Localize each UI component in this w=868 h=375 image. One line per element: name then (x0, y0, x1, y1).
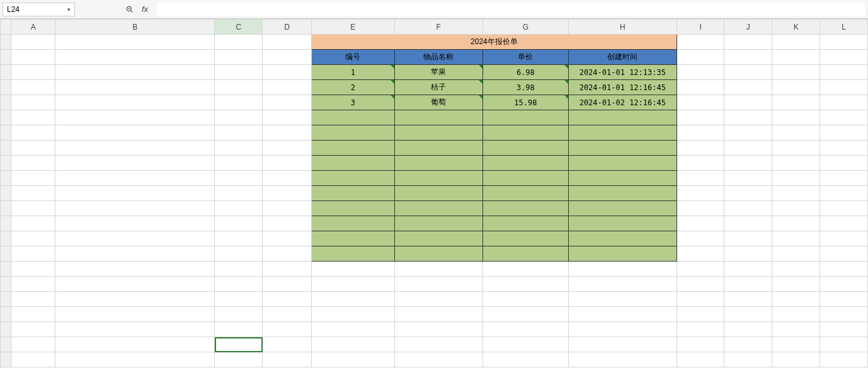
cell-D4[interactable] (263, 80, 312, 95)
cell-L5[interactable] (820, 95, 868, 110)
table-header-0[interactable]: 编号 (312, 50, 394, 65)
cell-J6[interactable] (724, 110, 772, 125)
cell-B8[interactable] (55, 141, 215, 156)
cell-C1[interactable] (215, 35, 263, 50)
cell-J4[interactable] (724, 80, 772, 95)
cell-L6[interactable] (820, 110, 868, 125)
cell-I18[interactable] (677, 292, 724, 307)
cell-C19[interactable] (215, 307, 263, 322)
table-empty-r10-c2[interactable] (483, 171, 568, 186)
cell-C16[interactable] (215, 262, 263, 277)
cell-I12[interactable] (677, 201, 724, 216)
cell-B5[interactable] (55, 95, 215, 110)
cell-J17[interactable] (724, 277, 772, 292)
cell-B13[interactable] (55, 216, 215, 231)
cell-C3[interactable] (215, 65, 263, 80)
search-icon[interactable] (125, 5, 134, 14)
cell-L22[interactable] (820, 352, 868, 367)
cell-K12[interactable] (772, 201, 820, 216)
cell-D18[interactable] (263, 292, 312, 307)
col-header-G[interactable]: G (483, 20, 568, 35)
cell-B10[interactable] (55, 171, 215, 186)
table-data-r3-c3[interactable]: 2024-01-02 12:16:45 (568, 95, 677, 110)
cell-L18[interactable] (820, 292, 868, 307)
cell-F16[interactable] (394, 262, 483, 277)
cell-H18[interactable] (568, 292, 677, 307)
cell-D19[interactable] (263, 307, 312, 322)
table-empty-r14-c2[interactable] (483, 231, 568, 246)
table-empty-r8-c2[interactable] (483, 141, 568, 156)
col-header-E[interactable]: E (312, 20, 394, 35)
cell-J8[interactable] (724, 141, 772, 156)
cell-B15[interactable] (55, 246, 215, 262)
cell-F22[interactable] (394, 352, 483, 367)
row-header-21[interactable] (1, 337, 11, 352)
table-header-2[interactable]: 单价 (483, 50, 568, 65)
row-header-19[interactable] (1, 307, 11, 322)
cell-C13[interactable] (215, 216, 263, 231)
col-header-L[interactable]: L (820, 20, 868, 35)
table-title[interactable]: 2024年报价单 (312, 35, 677, 50)
cell-E20[interactable] (312, 322, 394, 337)
cell-F19[interactable] (394, 307, 483, 322)
col-header-B[interactable]: B (55, 20, 215, 35)
cell-L13[interactable] (820, 216, 868, 231)
cell-C17[interactable] (215, 277, 263, 292)
row-header-12[interactable] (1, 201, 11, 216)
fx-label[interactable]: fx (142, 4, 148, 14)
cell-K20[interactable] (772, 322, 820, 337)
cell-B2[interactable] (55, 50, 215, 65)
cell-I21[interactable] (677, 337, 724, 352)
cell-C10[interactable] (215, 171, 263, 186)
cell-A1[interactable] (11, 35, 55, 50)
cell-L10[interactable] (820, 171, 868, 186)
cell-L4[interactable] (820, 80, 868, 95)
cell-J14[interactable] (724, 231, 772, 246)
table-empty-r7-c0[interactable] (312, 125, 394, 141)
row-header-1[interactable] (1, 35, 11, 50)
table-empty-r10-c0[interactable] (312, 171, 394, 186)
cell-C21[interactable] (215, 337, 263, 352)
table-empty-r14-c3[interactable] (568, 231, 677, 246)
cell-A15[interactable] (11, 246, 55, 262)
row-header-4[interactable] (1, 80, 11, 95)
cell-K4[interactable] (772, 80, 820, 95)
table-empty-r15-c1[interactable] (394, 246, 483, 262)
cell-D6[interactable] (263, 110, 312, 125)
cell-C12[interactable] (215, 201, 263, 216)
cell-I7[interactable] (677, 125, 724, 141)
chevron-down-icon[interactable]: ▾ (67, 6, 71, 13)
cell-K19[interactable] (772, 307, 820, 322)
cell-D16[interactable] (263, 262, 312, 277)
cell-C9[interactable] (215, 156, 263, 171)
cell-J20[interactable] (724, 322, 772, 337)
cell-J12[interactable] (724, 201, 772, 216)
cell-A10[interactable] (11, 171, 55, 186)
cell-J15[interactable] (724, 246, 772, 262)
cell-J2[interactable] (724, 50, 772, 65)
row-header-6[interactable] (1, 110, 11, 125)
row-header-11[interactable] (1, 186, 11, 201)
cell-L11[interactable] (820, 186, 868, 201)
cell-K15[interactable] (772, 246, 820, 262)
table-empty-r15-c2[interactable] (483, 246, 568, 262)
cell-L9[interactable] (820, 156, 868, 171)
cell-G20[interactable] (483, 322, 568, 337)
row-header-18[interactable] (1, 292, 11, 307)
cell-B18[interactable] (55, 292, 215, 307)
cell-L2[interactable] (820, 50, 868, 65)
cell-L7[interactable] (820, 125, 868, 141)
table-data-r1-c3[interactable]: 2024-01-01 12:13:35 (568, 65, 677, 80)
cell-A13[interactable] (11, 216, 55, 231)
cell-E18[interactable] (312, 292, 394, 307)
cell-E21[interactable] (312, 337, 394, 352)
cell-B22[interactable] (55, 352, 215, 367)
table-empty-r8-c1[interactable] (394, 141, 483, 156)
cell-I10[interactable] (677, 171, 724, 186)
table-data-r2-c1[interactable]: 桔子 (394, 80, 483, 95)
table-data-r2-c0[interactable]: 2 (312, 80, 394, 95)
cell-D11[interactable] (263, 186, 312, 201)
cell-C7[interactable] (215, 125, 263, 141)
cell-K3[interactable] (772, 65, 820, 80)
table-empty-r10-c3[interactable] (568, 171, 677, 186)
